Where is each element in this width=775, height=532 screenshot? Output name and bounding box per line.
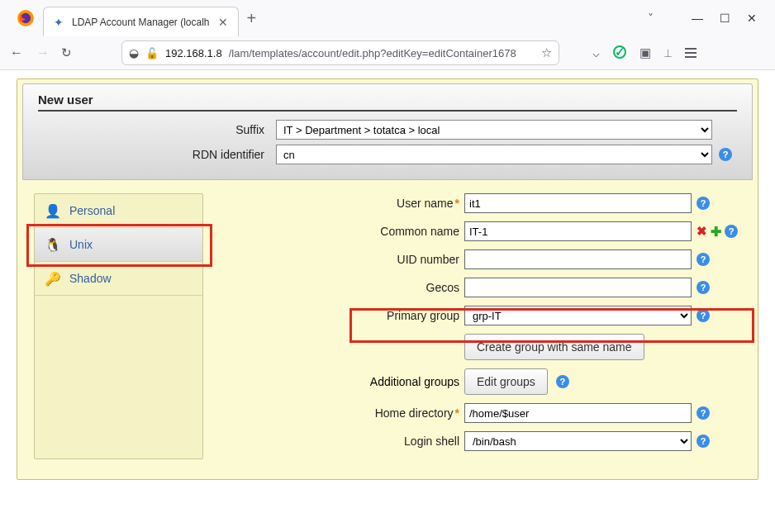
grammarly-icon[interactable]: ✓ — [613, 45, 626, 59]
tabs-chevron-icon[interactable]: ˅ — [648, 12, 654, 25]
tab-shadow-label: Shadow — [69, 272, 112, 285]
help-icon[interactable]: ? — [697, 253, 710, 266]
bookmark-star-icon[interactable]: ☆ — [541, 45, 552, 60]
refresh-button[interactable]: ↻ — [61, 45, 72, 60]
url-path: /lam/templates/account/edit.php?editKey=… — [229, 47, 535, 59]
username-input[interactable] — [464, 193, 692, 213]
create-group-button[interactable]: Create group with same name — [464, 334, 644, 360]
gecos-input[interactable] — [464, 278, 692, 297]
tab-close-icon[interactable]: ✕ — [216, 16, 230, 29]
extensions-icon[interactable]: ⟂ — [664, 45, 672, 60]
new-user-header: New user Suffix IT > Department > totatc… — [22, 83, 753, 180]
suffix-label: Suffix — [38, 123, 269, 136]
shield-icon[interactable]: ◒ — [129, 46, 139, 59]
rdn-select[interactable]: cn — [276, 145, 712, 164]
menu-hamburger-icon[interactable] — [685, 45, 697, 60]
tab-unix-label: Unix — [69, 238, 93, 251]
window-maximize-icon[interactable]: ☐ — [720, 12, 730, 25]
window-minimize-icon[interactable]: — — [692, 12, 703, 25]
new-tab-button[interactable]: + — [247, 9, 257, 28]
module-tabs: 👤 Personal 🐧 Unix 🔑 Shadow — [34, 193, 203, 459]
insecure-lock-icon[interactable]: 🔓 — [145, 47, 159, 59]
homedir-label: Home directory* — [327, 406, 459, 420]
back-button[interactable]: ← — [10, 45, 23, 60]
personal-icon: 👤 — [45, 202, 61, 219]
commonname-input[interactable] — [464, 221, 692, 241]
help-icon[interactable]: ? — [697, 435, 710, 448]
remove-value-icon[interactable]: ✖ — [697, 224, 707, 239]
tab-personal[interactable]: 👤 Personal — [35, 194, 202, 228]
lam-favicon-icon: ✦ — [52, 16, 65, 29]
username-label: User name* — [327, 197, 459, 210]
picture-icon[interactable]: ▣ — [639, 45, 651, 60]
help-icon[interactable]: ? — [697, 406, 710, 420]
suffix-select[interactable]: IT > Department > totatca > local — [276, 120, 712, 140]
browser-tab[interactable]: ✦ LDAP Account Manager (localh ✕ — [43, 7, 239, 36]
add-value-icon[interactable]: ✚ — [711, 224, 721, 240]
page-title: New user — [38, 93, 737, 112]
homedir-input[interactable] — [464, 403, 692, 423]
pocket-icon[interactable]: ⌵ — [592, 45, 600, 60]
primarygroup-select[interactable]: grp-IT — [464, 306, 692, 325]
help-icon[interactable]: ? — [556, 375, 569, 388]
help-icon[interactable]: ? — [725, 225, 738, 238]
loginshell-label: Login shell — [327, 435, 459, 448]
forward-button: → — [36, 45, 50, 60]
url-bar[interactable]: ◒ 🔓 192.168.1.8 /lam/templates/account/e… — [121, 40, 559, 65]
help-icon[interactable]: ? — [697, 309, 710, 322]
firefox-logo-icon — [17, 9, 35, 27]
uid-input[interactable] — [464, 249, 692, 269]
edit-groups-button[interactable]: Edit groups — [464, 368, 548, 395]
tab-personal-label: Personal — [69, 204, 115, 217]
tab-unix[interactable]: 🐧 Unix — [35, 228, 202, 262]
tab-title: LDAP Account Manager (localh — [72, 17, 210, 28]
unix-tux-icon: 🐧 — [45, 236, 61, 253]
rdn-label: RDN identifier — [38, 148, 269, 161]
primarygroup-label: Primary group — [327, 309, 459, 322]
uid-label: UID number — [327, 253, 459, 266]
help-icon[interactable]: ? — [697, 197, 710, 210]
help-icon[interactable]: ? — [719, 148, 732, 161]
commonname-label: Common name — [327, 225, 459, 238]
window-close-icon[interactable]: ✕ — [747, 12, 757, 25]
help-icon[interactable]: ? — [697, 281, 710, 294]
tab-shadow[interactable]: 🔑 Shadow — [35, 262, 202, 296]
shadow-key-icon: 🔑 — [45, 270, 61, 287]
gecos-label: Gecos — [327, 281, 459, 294]
loginshell-select[interactable]: /bin/bash — [464, 431, 692, 451]
url-host: 192.168.1.8 — [165, 47, 222, 59]
additionalgroups-label: Additional groups — [327, 375, 459, 388]
